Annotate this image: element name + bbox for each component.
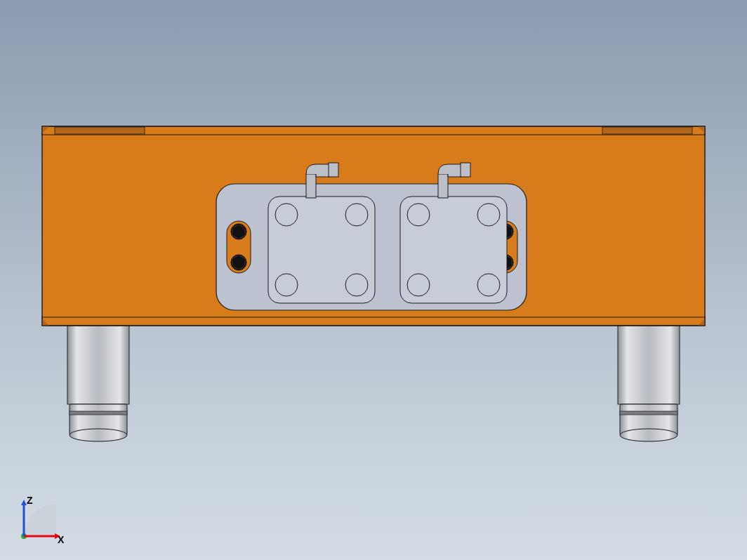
svg-rect-41 — [461, 163, 470, 177]
svg-rect-0 — [67, 326, 129, 404]
cad-scene — [0, 0, 747, 560]
svg-rect-6 — [620, 411, 677, 415]
svg-rect-2 — [70, 411, 127, 415]
coordinate-triad: X Z — [15, 495, 65, 545]
svg-rect-15 — [602, 127, 692, 134]
svg-rect-28 — [268, 196, 375, 303]
slot-link-left — [227, 221, 251, 273]
svg-point-7 — [620, 429, 677, 441]
svg-rect-33 — [306, 174, 316, 198]
leg-left — [67, 326, 129, 441]
svg-point-3 — [70, 429, 127, 441]
axis-z-label: Z — [27, 495, 33, 506]
svg-rect-4 — [618, 326, 680, 404]
svg-rect-40 — [438, 174, 448, 198]
svg-rect-14 — [55, 127, 145, 134]
svg-rect-34 — [329, 163, 338, 177]
legs — [67, 326, 680, 441]
leg-right — [618, 326, 680, 441]
cad-viewport[interactable]: X Z — [0, 0, 747, 560]
svg-marker-46 — [21, 500, 27, 505]
svg-rect-35 — [400, 196, 507, 303]
axis-x-label: X — [58, 534, 65, 545]
